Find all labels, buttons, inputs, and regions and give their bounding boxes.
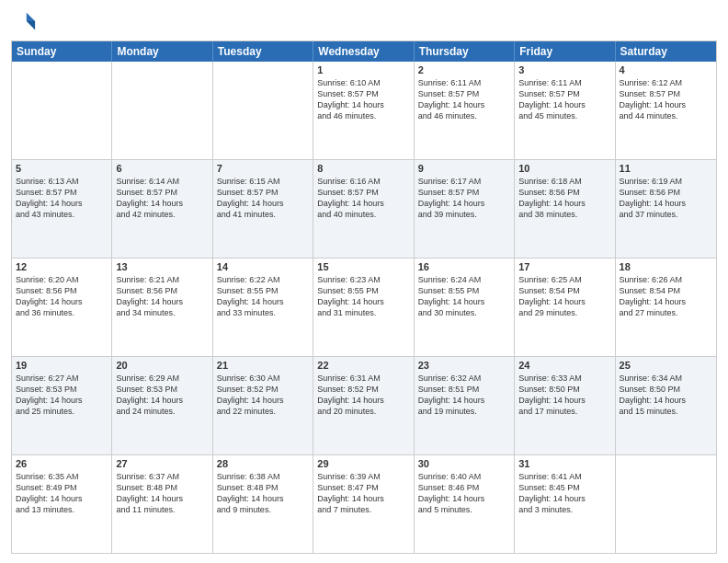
calendar-cell: 15Sunrise: 6:23 AMSunset: 8:55 PMDayligh… <box>313 259 414 356</box>
cell-info: Sunrise: 6:23 AMSunset: 8:55 PMDaylight:… <box>317 274 409 319</box>
svg-marker-0 <box>27 13 35 21</box>
cell-info: Sunrise: 6:35 AMSunset: 8:49 PMDaylight:… <box>16 471 108 516</box>
header-day-saturday: Saturday <box>616 41 716 62</box>
day-number: 17 <box>518 261 610 272</box>
day-number: 10 <box>518 163 610 174</box>
calendar-cell: 12Sunrise: 6:20 AMSunset: 8:56 PMDayligh… <box>12 259 112 356</box>
calendar-cell: 10Sunrise: 6:18 AMSunset: 8:56 PMDayligh… <box>515 160 615 258</box>
calendar-cell: 26Sunrise: 6:35 AMSunset: 8:49 PMDayligh… <box>12 455 112 553</box>
cell-info: Sunrise: 6:25 AMSunset: 8:54 PMDaylight:… <box>518 274 610 319</box>
day-number: 14 <box>217 261 309 272</box>
svg-marker-1 <box>27 21 35 29</box>
header-day-thursday: Thursday <box>415 41 515 62</box>
day-number: 30 <box>418 458 510 469</box>
calendar-cell: 16Sunrise: 6:24 AMSunset: 8:55 PMDayligh… <box>415 259 515 356</box>
calendar-cell <box>213 62 313 159</box>
day-number: 29 <box>317 458 409 469</box>
day-number: 27 <box>116 458 208 469</box>
day-number: 16 <box>418 261 510 272</box>
calendar-cell: 7Sunrise: 6:15 AMSunset: 8:57 PMDaylight… <box>213 160 313 258</box>
calendar-cell: 22Sunrise: 6:31 AMSunset: 8:52 PMDayligh… <box>313 357 414 454</box>
cell-info: Sunrise: 6:22 AMSunset: 8:55 PMDaylight:… <box>217 274 309 319</box>
cell-info: Sunrise: 6:30 AMSunset: 8:52 PMDaylight:… <box>217 373 309 418</box>
day-number: 25 <box>620 360 712 371</box>
cell-info: Sunrise: 6:32 AMSunset: 8:51 PMDaylight:… <box>418 373 510 418</box>
cell-info: Sunrise: 6:11 AMSunset: 8:57 PMDaylight:… <box>418 77 510 122</box>
calendar-week-2: 5Sunrise: 6:13 AMSunset: 8:57 PMDaylight… <box>12 160 716 259</box>
cell-info: Sunrise: 6:17 AMSunset: 8:57 PMDaylight:… <box>418 176 510 221</box>
day-number: 9 <box>418 163 510 174</box>
day-number: 12 <box>16 261 108 272</box>
calendar-cell: 8Sunrise: 6:16 AMSunset: 8:57 PMDaylight… <box>313 160 414 258</box>
calendar-cell: 29Sunrise: 6:39 AMSunset: 8:47 PMDayligh… <box>313 455 414 553</box>
cell-info: Sunrise: 6:29 AMSunset: 8:53 PMDaylight:… <box>116 373 208 418</box>
cell-info: Sunrise: 6:10 AMSunset: 8:57 PMDaylight:… <box>317 77 409 122</box>
calendar-cell: 24Sunrise: 6:33 AMSunset: 8:50 PMDayligh… <box>515 357 615 454</box>
header <box>11 9 717 35</box>
day-number: 13 <box>116 261 208 272</box>
cell-info: Sunrise: 6:21 AMSunset: 8:56 PMDaylight:… <box>116 274 208 319</box>
day-number: 3 <box>518 64 610 75</box>
cell-info: Sunrise: 6:12 AMSunset: 8:57 PMDaylight:… <box>620 77 712 122</box>
day-number: 24 <box>518 360 610 371</box>
calendar-cell: 17Sunrise: 6:25 AMSunset: 8:54 PMDayligh… <box>515 259 615 356</box>
day-number: 26 <box>16 458 108 469</box>
day-number: 21 <box>217 360 309 371</box>
day-number: 19 <box>16 360 108 371</box>
calendar-cell: 3Sunrise: 6:11 AMSunset: 8:57 PMDaylight… <box>515 62 615 159</box>
calendar-cell: 11Sunrise: 6:19 AMSunset: 8:56 PMDayligh… <box>616 160 716 258</box>
calendar-cell: 28Sunrise: 6:38 AMSunset: 8:48 PMDayligh… <box>213 455 313 553</box>
header-day-monday: Monday <box>112 41 212 62</box>
header-day-sunday: Sunday <box>12 41 112 62</box>
cell-info: Sunrise: 6:34 AMSunset: 8:50 PMDaylight:… <box>620 373 712 418</box>
calendar-cell: 5Sunrise: 6:13 AMSunset: 8:57 PMDaylight… <box>12 160 112 258</box>
cell-info: Sunrise: 6:27 AMSunset: 8:53 PMDaylight:… <box>16 373 108 418</box>
calendar-cell <box>616 455 716 553</box>
calendar-cell: 25Sunrise: 6:34 AMSunset: 8:50 PMDayligh… <box>616 357 716 454</box>
logo <box>11 9 39 35</box>
calendar-cell: 9Sunrise: 6:17 AMSunset: 8:57 PMDaylight… <box>415 160 515 258</box>
cell-info: Sunrise: 6:19 AMSunset: 8:56 PMDaylight:… <box>620 176 712 221</box>
cell-info: Sunrise: 6:18 AMSunset: 8:56 PMDaylight:… <box>518 176 610 221</box>
day-number: 28 <box>217 458 309 469</box>
calendar-cell: 13Sunrise: 6:21 AMSunset: 8:56 PMDayligh… <box>112 259 212 356</box>
cell-info: Sunrise: 6:40 AMSunset: 8:46 PMDaylight:… <box>418 471 510 516</box>
cell-info: Sunrise: 6:37 AMSunset: 8:48 PMDaylight:… <box>116 471 208 516</box>
cell-info: Sunrise: 6:11 AMSunset: 8:57 PMDaylight:… <box>518 77 610 122</box>
cell-info: Sunrise: 6:16 AMSunset: 8:57 PMDaylight:… <box>317 176 409 221</box>
page: SundayMondayTuesdayWednesdayThursdayFrid… <box>0 0 728 563</box>
day-number: 6 <box>116 163 208 174</box>
day-number: 1 <box>317 64 409 75</box>
day-number: 8 <box>317 163 409 174</box>
day-number: 15 <box>317 261 409 272</box>
calendar-header: SundayMondayTuesdayWednesdayThursdayFrid… <box>12 41 716 62</box>
calendar-week-5: 26Sunrise: 6:35 AMSunset: 8:49 PMDayligh… <box>12 455 716 553</box>
cell-info: Sunrise: 6:24 AMSunset: 8:55 PMDaylight:… <box>418 274 510 319</box>
day-number: 22 <box>317 360 409 371</box>
header-day-tuesday: Tuesday <box>213 41 313 62</box>
cell-info: Sunrise: 6:26 AMSunset: 8:54 PMDaylight:… <box>620 274 712 319</box>
day-number: 23 <box>418 360 510 371</box>
header-day-friday: Friday <box>515 41 615 62</box>
calendar-cell <box>12 62 112 159</box>
calendar-week-3: 12Sunrise: 6:20 AMSunset: 8:56 PMDayligh… <box>12 259 716 357</box>
calendar-body: 1Sunrise: 6:10 AMSunset: 8:57 PMDaylight… <box>12 62 716 553</box>
calendar-cell: 31Sunrise: 6:41 AMSunset: 8:45 PMDayligh… <box>515 455 615 553</box>
day-number: 2 <box>418 64 510 75</box>
cell-info: Sunrise: 6:13 AMSunset: 8:57 PMDaylight:… <box>16 176 108 221</box>
calendar-cell: 23Sunrise: 6:32 AMSunset: 8:51 PMDayligh… <box>415 357 515 454</box>
calendar-cell: 19Sunrise: 6:27 AMSunset: 8:53 PMDayligh… <box>12 357 112 454</box>
logo-icon <box>11 9 37 35</box>
day-number: 4 <box>620 64 712 75</box>
calendar-cell: 1Sunrise: 6:10 AMSunset: 8:57 PMDaylight… <box>313 62 414 159</box>
calendar-cell: 18Sunrise: 6:26 AMSunset: 8:54 PMDayligh… <box>616 259 716 356</box>
calendar: SundayMondayTuesdayWednesdayThursdayFrid… <box>11 40 717 554</box>
cell-info: Sunrise: 6:33 AMSunset: 8:50 PMDaylight:… <box>518 373 610 418</box>
day-number: 11 <box>620 163 712 174</box>
header-day-wednesday: Wednesday <box>313 41 414 62</box>
calendar-cell: 2Sunrise: 6:11 AMSunset: 8:57 PMDaylight… <box>415 62 515 159</box>
cell-info: Sunrise: 6:20 AMSunset: 8:56 PMDaylight:… <box>16 274 108 319</box>
day-number: 5 <box>16 163 108 174</box>
day-number: 20 <box>116 360 208 371</box>
day-number: 18 <box>620 261 712 272</box>
